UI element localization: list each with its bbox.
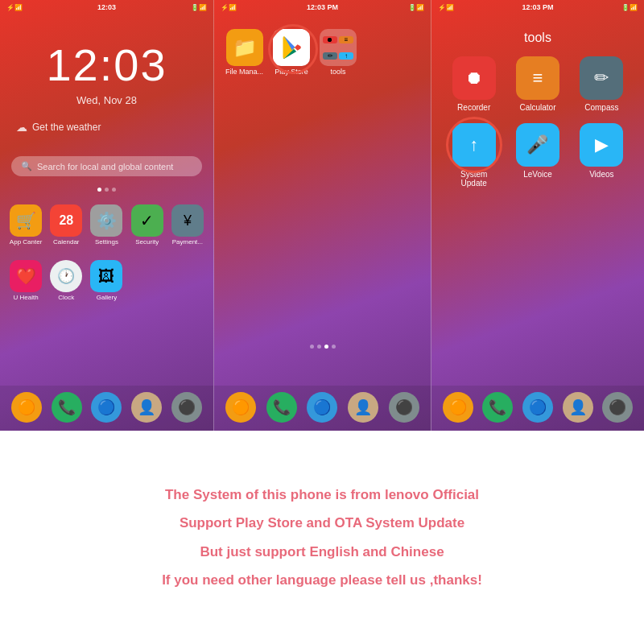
dot2-1 [310, 345, 314, 349]
lock-clock: 12:03 [0, 39, 213, 91]
status-bar-2: ⚡📶 12:03 PM 🔋📶 [214, 0, 431, 14]
dock-app1[interactable]: 🟠 [11, 392, 42, 423]
levoice-label: LeVoice [523, 170, 552, 179]
play-store-app[interactable]: Play Store [273, 29, 310, 76]
lock-date: Wed, Nov 28 [0, 94, 213, 106]
dock3-search[interactable]: 🔵 [522, 392, 553, 423]
tool-levoice[interactable]: 🎤 LeVoice [511, 123, 564, 188]
gallery-label: Gallery [97, 294, 117, 301]
sysupdate-label: System Update [448, 170, 500, 188]
sysupdate-icon: ↑ [452, 123, 496, 167]
dock2-phone[interactable]: 📞 [266, 392, 297, 423]
app-calendar[interactable]: 28 Calendar [48, 204, 84, 246]
search-placeholder-text: Search for local and global content [37, 162, 173, 171]
page-dots-2 [214, 341, 431, 352]
calendar-icon: 28 [50, 204, 82, 237]
dock3-phone[interactable]: 📞 [482, 392, 513, 423]
calculator-icon: ≡ [516, 56, 559, 100]
levoice-icon: 🎤 [516, 123, 559, 167]
dock2-app1[interactable]: 🟠 [225, 392, 256, 423]
bt-wifi-icons: ⚡📶 [6, 4, 23, 11]
weather-row: ☁ Get the weather [0, 114, 213, 140]
page-dots-1 [0, 184, 213, 195]
dock-contacts[interactable]: 👤 [131, 392, 162, 423]
file-manager-icon: 📁 [226, 29, 263, 66]
dock-3: 🟠 📞 🔵 👤 ⚫ [431, 386, 644, 431]
play-store-label: Play Store [275, 68, 308, 76]
tool-videos[interactable]: ▶ Videos [576, 123, 628, 188]
app-settings[interactable]: ⚙️ Settings [89, 204, 124, 246]
search-icon: 🔍 [21, 161, 32, 171]
dock-phone[interactable]: 📞 [52, 392, 82, 423]
tools-grid: ⏺ Recorder ≡ Calculator ✏ Compass ↑ Syst… [431, 56, 644, 188]
dot2-2 [317, 345, 321, 349]
dot-3 [112, 188, 116, 192]
bt-icons-3: ⚡📶 [438, 4, 454, 11]
dock3-contacts[interactable]: 👤 [563, 392, 593, 423]
file-manager-app[interactable]: 📁 File Mana... [225, 29, 263, 76]
compass-icon: ✏ [580, 56, 623, 100]
app-gallery[interactable]: 🖼 Gallery [89, 260, 124, 301]
dock-1: 🟠 📞 🔵 👤 ⚫ [0, 386, 213, 431]
recorder-icon: ⏺ [452, 56, 496, 100]
battery-icon-1: 🔋📶 [191, 4, 207, 11]
app-grid-1: 🛒 App Canter 28 Calendar ⚙️ Settings ✓ S… [0, 198, 213, 252]
status-time-2: 12:03 PM [307, 3, 338, 11]
play-store-icon [273, 29, 310, 66]
weather-text: Get the weather [32, 122, 101, 133]
app-center[interactable]: 🛒 App Canter [8, 204, 43, 246]
promo-line1: The System of this phone is from lenovo … [165, 485, 479, 506]
uhealth-label: U Health [14, 294, 39, 301]
dot2-4 [332, 345, 336, 349]
battery-2: 🔋📶 [408, 4, 424, 11]
recorder-label: Recorder [457, 103, 490, 112]
search-bar[interactable]: 🔍 Search for local and global content [11, 156, 202, 176]
mini-calculator: ≡ [339, 36, 353, 43]
security-icon: ✓ [131, 204, 163, 237]
clock-icon: 🕐 [50, 260, 82, 292]
settings-label: Settings [95, 238, 118, 246]
settings-icon: ⚙️ [90, 204, 122, 237]
tools-folder-icon: ⏺ ≡ ✏ ↑ [320, 29, 357, 66]
tools-folder-app[interactable]: ⏺ ≡ ✏ ↑ tools [320, 29, 357, 76]
mini-recorder: ⏺ [323, 36, 337, 43]
promo-line3: But just support English and Chinese [200, 542, 444, 563]
dock3-app1[interactable]: 🟠 [443, 392, 473, 423]
app-center-icon: 🛒 [10, 204, 42, 237]
app-grid-2: ❤️ U Health 🕐 Clock 🖼 Gallery [0, 254, 213, 308]
bt-icons-2: ⚡📶 [221, 4, 237, 11]
gallery-icon: 🖼 [90, 260, 122, 292]
dock3-more[interactable]: ⚫ [602, 392, 633, 423]
file-manager-label: File Mana... [225, 68, 263, 76]
videos-icon: ▶ [580, 123, 623, 167]
status-time-1: 12:03 [97, 3, 116, 11]
tool-sysupdate[interactable]: ↑ System Update [448, 123, 500, 188]
security-label: Security [135, 238, 159, 246]
dock2-more[interactable]: ⚫ [389, 392, 419, 423]
folder-open-row: 📁 File Mana... Play Store [214, 14, 431, 84]
compass-label: Compass [584, 103, 618, 112]
clock-label: Clock [58, 294, 74, 301]
app-security[interactable]: ✓ Security [130, 204, 165, 246]
home-spacer [214, 84, 431, 341]
dock2-contacts[interactable]: 👤 [348, 392, 378, 423]
tools-folder-label: tools [331, 68, 346, 76]
app-uhealth[interactable]: ❤️ U Health [8, 260, 43, 301]
dock-search[interactable]: 🔵 [91, 392, 122, 423]
tools-spacer [431, 188, 644, 397]
uhealth-icon: ❤️ [10, 260, 42, 292]
phone1-lockscreen: ⚡📶 12:03 🔋📶 12:03 Wed, Nov 28 ☁ Get the … [0, 0, 213, 431]
dot2-3 [324, 345, 328, 349]
app-clock[interactable]: 🕐 Clock [48, 260, 84, 301]
tool-compass[interactable]: ✏ Compass [576, 56, 628, 112]
payment-label: Payment... [172, 238, 203, 246]
dock2-search[interactable]: 🔵 [307, 392, 337, 423]
mini-compass: ✏ [323, 52, 337, 60]
battery-3: 🔋📶 [621, 4, 638, 11]
tools-title: tools [431, 14, 644, 56]
videos-label: Videos [589, 170, 613, 179]
tool-recorder[interactable]: ⏺ Recorder [448, 56, 500, 112]
dock-more[interactable]: ⚫ [171, 392, 202, 423]
tool-calculator[interactable]: ≡ Calculator [511, 56, 564, 112]
app-payment[interactable]: ¥ Payment... [170, 204, 205, 246]
